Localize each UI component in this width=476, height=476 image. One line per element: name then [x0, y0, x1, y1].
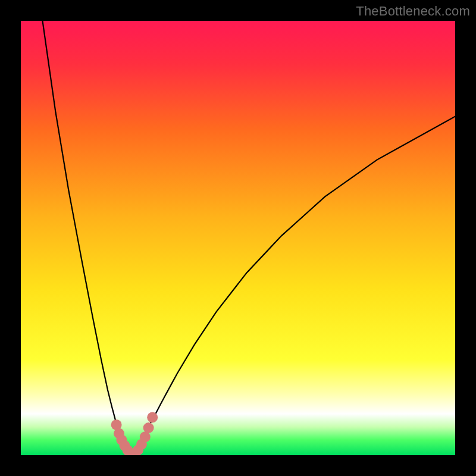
- chart-frame: TheBottleneck.com: [0, 0, 476, 476]
- chart-plot-area: [21, 21, 455, 455]
- gradient-background: [21, 21, 455, 455]
- chart-svg: [21, 21, 455, 455]
- marker-dot: [147, 412, 158, 422]
- attribution-label: TheBottleneck.com: [356, 4, 470, 19]
- marker-dot: [140, 431, 151, 442]
- marker-dot: [143, 422, 154, 433]
